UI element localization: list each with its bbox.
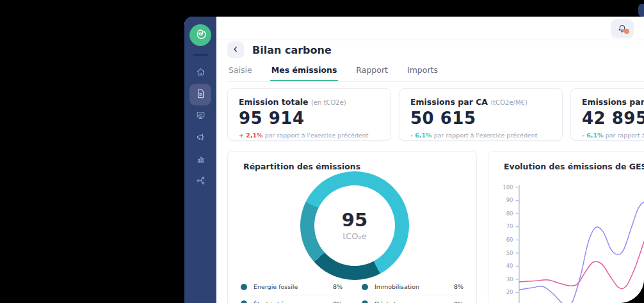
bar-chart-icon [195, 153, 206, 167]
donut-center: 95 tCO₂e [314, 185, 395, 266]
tab-imports[interactable]: Imports [406, 63, 439, 81]
spiral-logo-icon [193, 27, 207, 43]
stat-value: 42 895 [582, 109, 644, 128]
sidebar-item-presentation[interactable] [189, 105, 211, 127]
delta-badge: + 2,1% [239, 132, 263, 139]
sidebar-item-announcements[interactable] [189, 127, 211, 149]
legend-dot-icon [241, 300, 247, 303]
stat-title: Emission totale (en tCO2e) [239, 97, 380, 107]
legend-item-energie-fossile: Energie fossile 8% [241, 279, 342, 295]
donut-center-unit: tCO₂e [342, 231, 367, 241]
stat-delta: + 2,1% par rapport à l'exercice précéden… [239, 132, 380, 139]
stat-cards-row: Emission totale (en tCO2e) 95 914 + 2,1%… [227, 88, 644, 141]
monitor-icon [195, 110, 206, 123]
legend-dot-icon [362, 284, 368, 290]
donut-chart-card: Répartition des émissions 95 tCO₂e Energ… [227, 151, 477, 303]
svg-text:60: 60 [506, 237, 513, 243]
line-chart: 100908070605040302010 [488, 152, 644, 303]
tab-bar: Saisie Mes émissions Rapport Imports [227, 63, 644, 82]
hierarchy-icon [195, 175, 206, 189]
delta-badge: - 6,1% [410, 132, 432, 139]
legend-dot-icon [241, 284, 247, 290]
topbar [216, 17, 644, 40]
stat-unit: (tCO2e/M€) [490, 99, 527, 106]
donut-legend: Energie fossile 8% Immobilisation 8% Éle… [228, 279, 476, 303]
stat-unit: (en tCO2e) [311, 99, 346, 106]
main: Bilan carbone Saisie Mes émissions Rappo… [216, 42, 644, 303]
line-chart-card: Evolution des émissions de GES 100908070… [488, 151, 644, 303]
stat-value: 95 914 [239, 109, 380, 128]
content-area: Bilan carbone Saisie Mes émissions Rappo… [216, 17, 644, 303]
legend-item-immobilisation: Immobilisation 8% [362, 279, 463, 295]
svg-text:100: 100 [503, 184, 513, 190]
bell-icon [616, 23, 628, 35]
sidebar-divider [193, 54, 208, 56]
sidebar [184, 17, 216, 303]
charts-row: Répartition des émissions 95 tCO₂e Energ… [227, 151, 644, 303]
app-logo [189, 24, 211, 46]
sidebar-item-analytics[interactable] [189, 149, 211, 171]
svg-text:80: 80 [506, 210, 513, 217]
notifications-button[interactable] [611, 19, 634, 38]
stat-card-emission-totale: Emission totale (en tCO2e) 95 914 + 2,1%… [227, 88, 391, 141]
notification-dot [624, 29, 629, 34]
svg-text:50: 50 [506, 250, 513, 256]
stat-delta: - 6,1% par rapport à l'exercice précéden… [582, 132, 644, 139]
svg-text:70: 70 [506, 223, 513, 229]
stat-card-emissions-par-etp: Emissions par ETP (tCO2e/ETP) 42 895 - 6… [570, 88, 644, 141]
donut-chart: 95 tCO₂e [300, 171, 409, 280]
stat-delta: - 6,1% par rapport à l'exercice précéden… [410, 132, 551, 139]
stat-value: 50 615 [410, 109, 551, 128]
legend-item-dechets: Déchets 9% [362, 295, 463, 303]
sidebar-item-documents[interactable] [189, 84, 211, 105]
title-row: Bilan carbone [227, 42, 644, 58]
legend-item-electricite: Électricité 8% [241, 295, 342, 303]
donut-chart-title: Répartition des émissions [243, 162, 360, 171]
donut-center-value: 95 [342, 210, 367, 229]
file-text-icon [195, 88, 206, 102]
sidebar-nav [189, 62, 211, 192]
sidebar-item-home[interactable] [189, 62, 211, 84]
stat-card-emissions-par-ca: Emissions par CA (tCO2e/M€) 50 615 - 6,1… [399, 88, 563, 141]
sidebar-item-organization[interactable] [189, 171, 211, 192]
home-icon [195, 66, 206, 80]
tab-rapport[interactable]: Rapport [355, 63, 389, 81]
delta-badge: - 6,1% [582, 132, 604, 139]
partial-panel-corner [638, 4, 644, 17]
stat-title: Emissions par ETP (tCO2e/ETP) [582, 97, 644, 107]
svg-text:40: 40 [506, 263, 513, 269]
stat-title: Emissions par CA (tCO2e/M€) [410, 97, 551, 107]
tab-mes-emissions[interactable]: Mes émissions [270, 63, 339, 81]
svg-text:30: 30 [506, 276, 513, 283]
legend-dot-icon [362, 300, 368, 303]
tab-saisie[interactable]: Saisie [227, 63, 254, 81]
page-title: Bilan carbone [252, 44, 332, 56]
svg-text:90: 90 [506, 197, 513, 203]
svg-text:20: 20 [506, 289, 513, 295]
back-button[interactable] [227, 42, 244, 58]
chevron-left-icon [231, 44, 240, 56]
megaphone-icon [195, 132, 206, 145]
app-window: Bilan carbone Saisie Mes émissions Rappo… [184, 17, 644, 303]
